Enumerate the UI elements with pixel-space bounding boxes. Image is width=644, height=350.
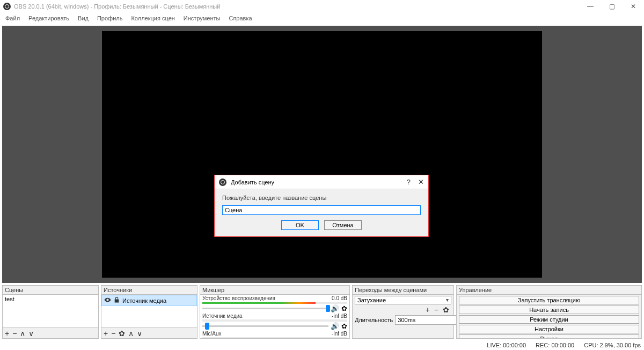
gear-icon[interactable]: ✿ <box>341 322 347 330</box>
sources-header: Источники <box>101 286 197 295</box>
source-remove-button[interactable]: − <box>111 329 115 338</box>
scenes-header: Сцены <box>3 286 98 295</box>
mixer-header: Микшер <box>200 286 349 295</box>
mixer-channel: Источник медиа-inf dB🔊✿ <box>200 312 349 330</box>
dialog-title: Добавить сцену <box>231 179 274 185</box>
transitions-panel: Переходы между сценами Затухание + − ✿ Д… <box>352 285 454 339</box>
transition-remove-button[interactable]: − <box>434 306 438 314</box>
window-title: OBS 20.0.1 (64bit, windows) - Профиль: Б… <box>14 3 220 10</box>
mixer-channel: Устройство воспроизведения0.0 dB🔊✿ <box>200 295 349 312</box>
transitions-header: Переходы между сценами <box>353 286 453 295</box>
scene-remove-button[interactable]: − <box>12 329 17 338</box>
preview-canvas[interactable] <box>102 31 542 278</box>
mixer-meter <box>202 337 347 338</box>
transition-add-button[interactable]: + <box>426 306 430 314</box>
mixer-channel-name: Устройство воспроизведения <box>202 295 275 301</box>
preview-area: Добавить сцену ? ✕ Пожалуйста, введите н… <box>2 26 642 283</box>
transition-select[interactable]: Затухание <box>355 296 451 304</box>
source-item[interactable]: Источник медиа <box>101 295 197 306</box>
mixer-meter <box>202 319 347 322</box>
add-scene-dialog: Добавить сцену ? ✕ Пожалуйста, введите н… <box>214 175 429 237</box>
source-add-button[interactable]: + <box>104 329 108 338</box>
menu-file[interactable]: Файл <box>5 15 20 21</box>
mixer-volume-slider[interactable] <box>202 308 328 309</box>
exit-button[interactable]: Выход <box>459 334 639 338</box>
dialog-close-button[interactable]: ✕ <box>418 178 424 186</box>
window-titlebar: OBS 20.0.1 (64bit, windows) - Профиль: Б… <box>0 0 644 13</box>
dialog-prompt: Пожалуйста, введите название сцены <box>222 195 421 201</box>
menu-view[interactable]: Вид <box>78 15 89 21</box>
settings-button[interactable]: Настройки <box>459 325 639 333</box>
app-icon <box>3 3 11 10</box>
source-up-button[interactable]: ∧ <box>128 329 134 338</box>
status-rec: REC: 00:00:00 <box>536 342 574 348</box>
menu-edit[interactable]: Редактировать <box>28 15 69 21</box>
lock-icon[interactable] <box>113 296 120 304</box>
statusbar: LIVE: 00:00:00 REC: 00:00:00 CPU: 2.9%, … <box>487 340 641 350</box>
dialog-ok-button[interactable]: OK <box>281 220 319 230</box>
menubar: Файл Редактировать Вид Профиль Коллекция… <box>0 13 644 24</box>
controls-panel: Управление Запустить трансляцию Начать з… <box>456 285 642 339</box>
gear-icon[interactable]: ✿ <box>341 304 347 312</box>
scene-up-button[interactable]: ∧ <box>20 329 25 338</box>
mixer-channel-level: -inf dB <box>332 331 347 337</box>
menu-scene-collection[interactable]: Коллекция сцен <box>131 15 174 21</box>
controls-header: Управление <box>457 286 641 295</box>
mixer-channel-name: Источник медиа <box>202 313 243 319</box>
status-live: LIVE: 00:00:00 <box>487 342 526 348</box>
scene-down-button[interactable]: ∨ <box>28 329 34 338</box>
mixer-channel-name: Mic/Aux <box>202 331 222 337</box>
start-recording-button[interactable]: Начать запись <box>459 306 639 314</box>
eye-icon[interactable] <box>104 296 111 304</box>
speaker-icon[interactable]: 🔊 <box>331 304 339 312</box>
dialog-titlebar: Добавить сцену ? ✕ <box>215 175 428 189</box>
mixer-channel-level: -inf dB <box>332 313 347 319</box>
start-streaming-button[interactable]: Запустить трансляцию <box>459 296 639 304</box>
mixer-channel-level: 0.0 dB <box>332 295 347 301</box>
mixer-panel: Микшер Устройство воспроизведения0.0 dB🔊… <box>200 285 350 339</box>
studio-mode-button[interactable]: Режим студии <box>459 315 639 324</box>
mixer-meter <box>202 302 347 304</box>
window-close-button[interactable]: ✕ <box>623 0 644 13</box>
mixer-channel: Mic/Aux-inf dB🔊✿ <box>200 330 349 338</box>
dialog-help-button[interactable]: ? <box>407 178 411 186</box>
scenes-panel: Сцены test + − ∧ ∨ <box>2 285 99 339</box>
speaker-icon[interactable]: 🔊 <box>331 322 339 330</box>
source-down-button[interactable]: ∨ <box>137 329 142 338</box>
transition-settings-button[interactable]: ✿ <box>443 306 449 314</box>
menu-help[interactable]: Справка <box>229 15 252 21</box>
dialog-cancel-button[interactable]: Отмена <box>324 220 362 230</box>
transition-duration-label: Длительность <box>355 317 393 323</box>
dialog-app-icon <box>219 178 226 186</box>
source-settings-button[interactable]: ✿ <box>119 329 125 338</box>
scene-add-button[interactable]: + <box>5 329 9 338</box>
menu-profile[interactable]: Профиль <box>97 15 123 21</box>
window-maximize-button[interactable]: ▢ <box>601 0 623 13</box>
scene-item[interactable]: test <box>3 295 98 304</box>
status-cpu: CPU: 2.9%, 30.00 fps <box>584 342 641 348</box>
menu-tools[interactable]: Инструменты <box>184 15 221 21</box>
scene-name-input[interactable] <box>222 205 421 215</box>
mixer-volume-slider[interactable] <box>202 325 328 327</box>
window-minimize-button[interactable]: — <box>580 0 601 13</box>
sources-panel: Источники Источник медиа + − ✿ ∧ ∨ <box>101 285 197 339</box>
source-item-label: Источник медиа <box>122 297 166 304</box>
